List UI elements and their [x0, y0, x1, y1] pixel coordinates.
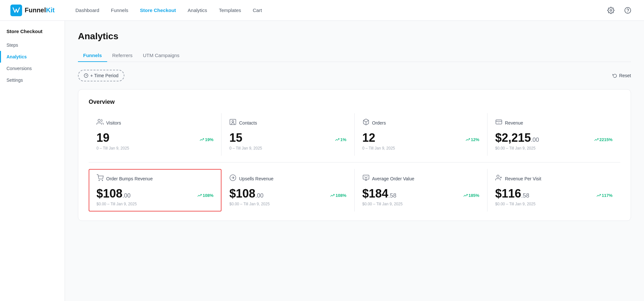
svg-point-1 — [610, 9, 612, 11]
overview-title: Overview — [89, 99, 620, 105]
nav-analytics[interactable]: Analytics — [183, 5, 212, 16]
revenue-decimal: .00 — [531, 137, 539, 143]
revenue-label: Revenue — [505, 120, 523, 126]
metric-revenue: Revenue $2,215.00 2215% $0.00 – Till Jan… — [487, 113, 620, 156]
order-bumps-change: 108% — [197, 193, 213, 198]
visitors-sub: 0 – Till Jan 9, 2025 — [96, 146, 213, 150]
contacts-icon — [229, 118, 236, 127]
upsells-label: Upsells Revenue — [239, 176, 273, 181]
top-nav: FunnelKit Dashboard Funnels Store Checko… — [0, 0, 644, 21]
tab-referrers[interactable]: Referrers — [107, 49, 138, 62]
revenue-per-visit-sub: $0.00 – Till Jan 9, 2025 — [495, 202, 612, 206]
settings-icon-button[interactable] — [605, 5, 617, 16]
nav-cart[interactable]: Cart — [247, 5, 267, 16]
visitors-value: 19 — [96, 131, 109, 145]
svg-point-20 — [497, 175, 499, 177]
avg-order-decimal: .58 — [388, 192, 397, 199]
logo[interactable]: FunnelKit — [10, 5, 55, 16]
sidebar-item-analytics[interactable]: Analytics — [0, 51, 65, 63]
orders-label: Orders — [372, 120, 386, 126]
svg-rect-8 — [230, 119, 236, 125]
revenue-value: $2,215 — [495, 131, 531, 144]
avg-order-icon — [362, 174, 370, 183]
sidebar: Store Checkout Steps Analytics Conversio… — [0, 21, 65, 301]
metric-contacts: Contacts 15 1% 0 – Till Jan 9, 2025 — [221, 113, 354, 156]
order-bumps-sub: $0.00 – Till Jan 9, 2025 — [96, 202, 213, 206]
svg-rect-0 — [10, 5, 22, 16]
contacts-change: 1% — [335, 137, 347, 142]
nav-dashboard[interactable]: Dashboard — [70, 5, 104, 16]
metrics-row-2: Order Bumps Revenue $108.00 108% $0.00 –… — [89, 163, 620, 211]
overview-card: Overview Visitors — [78, 89, 631, 221]
help-icon-button[interactable] — [622, 5, 634, 16]
nav-right — [605, 5, 634, 16]
svg-point-2 — [625, 7, 631, 13]
main-content: Analytics Funnels Referrers UTM Campaign… — [65, 21, 644, 301]
order-bumps-value: $108 — [96, 187, 122, 200]
tab-funnels[interactable]: Funnels — [78, 49, 107, 62]
sidebar-item-conversions[interactable]: Conversions — [0, 63, 65, 74]
metric-revenue-per-visit: Revenue Per Visit $116.58 117% $0.00 – T… — [487, 169, 620, 211]
svg-point-7 — [98, 119, 100, 122]
nav-links: Dashboard Funnels Store Checkout Analyti… — [70, 5, 605, 16]
upsells-change: 108% — [330, 193, 346, 198]
sidebar-title: Store Checkout — [0, 29, 65, 39]
avg-order-label: Average Order Value — [372, 176, 414, 181]
sidebar-item-steps[interactable]: Steps — [0, 39, 65, 51]
filter-bar: + Time Period Reset — [78, 70, 631, 81]
revenue-per-visit-decimal: .58 — [521, 192, 529, 199]
revenue-per-visit-change: 117% — [597, 193, 612, 198]
nav-templates[interactable]: Templates — [214, 5, 246, 16]
upsells-decimal: .00 — [255, 192, 263, 199]
contacts-value: 15 — [229, 131, 242, 145]
visitors-icon — [96, 118, 104, 127]
order-bumps-label: Order Bumps Revenue — [106, 176, 153, 181]
visitors-label: Visitors — [106, 120, 121, 126]
nav-store-checkout[interactable]: Store Checkout — [135, 5, 181, 16]
visitors-change: 19% — [200, 137, 213, 142]
avg-order-sub: $0.00 – Till Jan 9, 2025 — [362, 202, 479, 206]
upsells-sub: $0.00 – Till Jan 9, 2025 — [229, 202, 346, 206]
time-period-label: + Time Period — [90, 73, 119, 78]
svg-point-14 — [102, 180, 103, 181]
svg-point-9 — [232, 120, 234, 122]
metric-upsells: Upsells Revenue $108.00 108% $0.00 – Til… — [221, 169, 354, 211]
metric-visitors: Visitors 19 19% 0 – Till Jan 9, 2025 — [89, 113, 221, 156]
revenue-icon — [495, 118, 502, 127]
order-bumps-icon — [96, 174, 104, 183]
tabs: Funnels Referrers UTM Campaigns — [78, 49, 631, 62]
nav-funnels[interactable]: Funnels — [106, 5, 133, 16]
orders-value: 12 — [362, 131, 375, 145]
revenue-per-visit-value: $116 — [495, 187, 521, 200]
reset-label: Reset — [619, 73, 631, 78]
order-bumps-decimal: .00 — [122, 192, 131, 199]
orders-icon — [362, 118, 370, 127]
metric-order-bumps: Order Bumps Revenue $108.00 108% $0.00 –… — [89, 169, 221, 211]
tab-utm-campaigns[interactable]: UTM Campaigns — [138, 49, 185, 62]
revenue-sub: $0.00 – Till Jan 9, 2025 — [495, 146, 612, 150]
reset-button[interactable]: Reset — [612, 73, 631, 78]
revenue-change: 2215% — [594, 137, 612, 142]
orders-change: 12% — [466, 137, 479, 142]
metric-orders: Orders 12 12% 0 – Till Jan 9, 2025 — [355, 113, 487, 156]
avg-order-change: 185% — [463, 193, 479, 198]
upsells-value: $108 — [229, 187, 255, 200]
upsells-icon — [229, 174, 236, 183]
svg-point-13 — [99, 180, 99, 181]
time-period-button[interactable]: + Time Period — [78, 70, 124, 81]
avg-order-value: $184 — [362, 187, 388, 200]
revenue-per-visit-label: Revenue Per Visit — [505, 176, 541, 181]
svg-rect-11 — [496, 120, 502, 124]
metrics-row-1: Visitors 19 19% 0 – Till Jan 9, 2025 — [89, 113, 620, 156]
metric-avg-order: Average Order Value $184.58 185% $0.00 –… — [355, 169, 487, 211]
contacts-label: Contacts — [239, 120, 257, 126]
page-title: Analytics — [78, 31, 631, 42]
revenue-per-visit-icon — [495, 174, 502, 183]
layout: Store Checkout Steps Analytics Conversio… — [0, 21, 644, 301]
contacts-sub: 0 – Till Jan 9, 2025 — [229, 146, 346, 150]
orders-sub: 0 – Till Jan 9, 2025 — [362, 146, 479, 150]
svg-rect-17 — [363, 175, 369, 179]
sidebar-item-settings[interactable]: Settings — [0, 74, 65, 86]
